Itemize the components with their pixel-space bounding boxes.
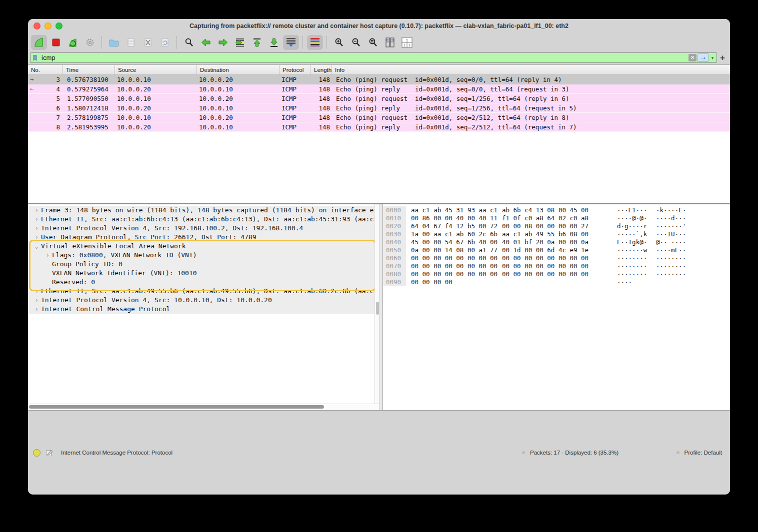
capture-comment-icon[interactable] <box>46 449 53 457</box>
packet-row[interactable]: 6 1.580712418 10.0.0.20 10.0.0.10 ICMP 1… <box>28 103 730 113</box>
reload-document-icon <box>160 37 170 48</box>
detail-row-vxlan[interactable]: ⌄Virtual eXtensible Local Area Network <box>28 242 380 251</box>
expand-chevron-icon[interactable]: › <box>32 233 41 242</box>
scrollbar-thumb[interactable] <box>376 302 379 315</box>
detail-row-icmp[interactable]: ›Internet Control Message Protocol <box>28 305 380 314</box>
toolbar-separator <box>326 36 328 49</box>
packet-row[interactable]: ←4 0.579275964 10.0.0.20 10.0.0.10 ICMP … <box>28 84 730 94</box>
hex-row[interactable]: 00301a 00 aa c1 ab 60 2c 6baa c1 ab 49 5… <box>383 230 730 238</box>
svg-text:0110: 0110 <box>128 42 134 45</box>
detail-row-eth-inner[interactable]: ›Ethernet II, Src: aa:c1:ab:49:55:b6 (aa… <box>28 287 380 296</box>
status-separator-dot <box>676 451 680 454</box>
column-header-protocol[interactable]: Protocol <box>280 65 311 74</box>
column-header-source[interactable]: Source <box>115 65 197 74</box>
scrollbar-thumb[interactable] <box>29 405 324 409</box>
packet-row[interactable]: 8 2.581953995 10.0.0.20 10.0.0.10 ICMP 1… <box>28 122 730 132</box>
display-filter-input[interactable] <box>40 53 688 62</box>
detail-row-udp[interactable]: ›User Datagram Protocol, Src Port: 26612… <box>28 233 380 242</box>
hex-row[interactable]: 004045 00 00 54 67 6b 40 0040 01 bf 20 0… <box>383 238 730 246</box>
save-file-button[interactable]: 01010110 <box>123 35 139 50</box>
hex-row[interactable]: 00500a 00 00 14 08 00 a1 7700 1d 00 00 6… <box>383 246 730 254</box>
find-packet-button[interactable] <box>181 35 197 50</box>
expand-chevron-icon[interactable]: › <box>32 224 41 233</box>
filter-dropdown-caret[interactable]: ▾ <box>710 55 716 60</box>
packet-list-header: No. Time Source Destination Protocol Len… <box>28 65 730 75</box>
gear-icon <box>84 37 96 48</box>
toolbar-separator <box>176 36 178 49</box>
detail-row-eth-outer[interactable]: ›Ethernet II, Src: aa:c1:ab:6b:c4:13 (aa… <box>28 215 380 224</box>
detail-row-vxlan-reserved[interactable]: Reserved: 0 <box>28 278 380 287</box>
hex-row[interactable]: 002064 04 67 f4 12 b5 00 7200 00 08 00 0… <box>383 222 730 230</box>
expand-chevron-icon[interactable]: › <box>32 287 41 296</box>
packet-row[interactable]: →3 0.576738190 10.0.0.10 10.0.0.20 ICMP … <box>28 75 730 84</box>
zoom-reset-icon <box>368 37 378 48</box>
packet-list-empty-area <box>28 132 730 203</box>
detail-row-vxlan-flags[interactable]: ›Flags: 0x0800, VXLAN Network ID (VNI) <box>28 251 380 260</box>
hex-row[interactable]: 007000 00 00 00 00 00 00 0000 00 00 00 0… <box>383 262 730 270</box>
expand-chevron-icon[interactable]: › <box>32 215 41 224</box>
expand-chevron-icon[interactable]: › <box>43 251 52 260</box>
bottom-panes: ›Frame 3: 148 bytes on wire (1184 bits),… <box>28 204 730 410</box>
zoom-in-icon <box>334 37 344 48</box>
auto-scroll-button[interactable] <box>283 35 299 50</box>
restart-capture-button[interactable] <box>65 35 81 50</box>
packet-row[interactable]: 5 1.577090550 10.0.0.10 10.0.0.20 ICMP 1… <box>28 94 730 103</box>
expand-chevron-icon[interactable]: › <box>32 305 41 314</box>
zoom-out-icon <box>350 37 362 48</box>
detail-row-frame[interactable]: ›Frame 3: 148 bytes on wire (1184 bits),… <box>28 206 380 215</box>
detail-row-vxlan-group-policy[interactable]: Group Policy ID: 0 <box>28 260 380 269</box>
save-document-icon: 01010110 <box>126 37 136 48</box>
clear-filter-button[interactable]: ✕ <box>688 54 696 61</box>
go-to-packet-button[interactable] <box>232 35 248 50</box>
go-back-button[interactable] <box>198 35 214 50</box>
start-capture-button[interactable] <box>31 35 47 50</box>
column-header-info[interactable]: Info <box>332 65 730 74</box>
capture-options-button[interactable] <box>82 35 98 50</box>
zoom-out-button[interactable] <box>348 35 364 50</box>
stop-capture-button[interactable] <box>48 35 64 50</box>
add-filter-button[interactable]: + <box>717 53 728 63</box>
colorize-button[interactable] <box>307 35 323 50</box>
go-first-button[interactable] <box>249 35 265 50</box>
status-field-text: Internet Control Message Protocol: Proto… <box>61 450 172 456</box>
hex-row[interactable]: 0000aa c1 ab 45 31 93 aa c1ab 6b c4 13 0… <box>383 206 730 214</box>
bookmark-icon[interactable] <box>32 54 38 62</box>
colorize-icon <box>309 36 321 48</box>
column-header-destination[interactable]: Destination <box>197 65 280 74</box>
reload-file-button[interactable] <box>157 35 173 50</box>
column-header-no[interactable]: No. <box>28 65 63 74</box>
restart-fin-icon <box>68 37 78 48</box>
filter-bar: ✕ ➝ ▾ + <box>28 52 730 64</box>
close-file-button[interactable] <box>140 35 156 50</box>
hex-row[interactable]: 008000 00 00 00 00 00 00 0000 00 00 00 0… <box>383 270 730 278</box>
detail-row-vxlan-vni[interactable]: VXLAN Network Identifier (VNI): 10010 <box>28 269 380 278</box>
expand-chevron-icon[interactable]: › <box>32 296 41 305</box>
apply-filter-button[interactable]: ➝ <box>698 53 708 62</box>
expert-info-icon[interactable] <box>33 449 40 457</box>
column-header-time[interactable]: Time <box>63 65 115 74</box>
packet-row[interactable]: 7 2.578199875 10.0.0.10 10.0.0.20 ICMP 1… <box>28 113 730 122</box>
collapse-chevron-icon[interactable]: ⌄ <box>32 242 41 251</box>
resize-columns-button[interactable] <box>382 35 398 50</box>
arrow-left-icon <box>200 37 212 48</box>
hex-row[interactable]: 001000 86 00 00 40 00 40 11f1 0f c0 a8 6… <box>383 214 730 222</box>
zoom-in-button[interactable] <box>331 35 347 50</box>
titlebar[interactable]: Capturing from packetflix:// remote clus… <box>28 19 730 32</box>
display-filter-field[interactable]: ✕ ➝ ▾ <box>30 52 717 63</box>
details-vertical-scrollbar[interactable] <box>374 204 380 404</box>
detail-row-ip-outer[interactable]: ›Internet Protocol Version 4, Src: 192.1… <box>28 224 380 233</box>
hex-row[interactable]: 009000 00 00 00···· <box>383 278 730 286</box>
main-toolbar: 01010110 <box>28 32 730 52</box>
column-header-length[interactable]: Length <box>311 65 332 74</box>
go-forward-button[interactable] <box>215 35 231 50</box>
details-horizontal-scrollbar[interactable] <box>28 404 380 410</box>
go-last-button[interactable] <box>266 35 282 50</box>
layout-123-button[interactable]: 123 <box>399 35 415 50</box>
status-bar: Internet Control Message Protocol: Proto… <box>28 410 730 495</box>
zoom-reset-button[interactable] <box>365 35 381 50</box>
detail-row-ip-inner[interactable]: ›Internet Protocol Version 4, Src: 10.0.… <box>28 296 380 305</box>
hex-row[interactable]: 006000 00 00 00 00 00 00 0000 00 00 00 0… <box>383 254 730 262</box>
expand-chevron-icon[interactable]: › <box>32 206 41 215</box>
open-file-button[interactable] <box>106 35 122 50</box>
profile-selector[interactable]: Profile: Default <box>672 450 722 456</box>
